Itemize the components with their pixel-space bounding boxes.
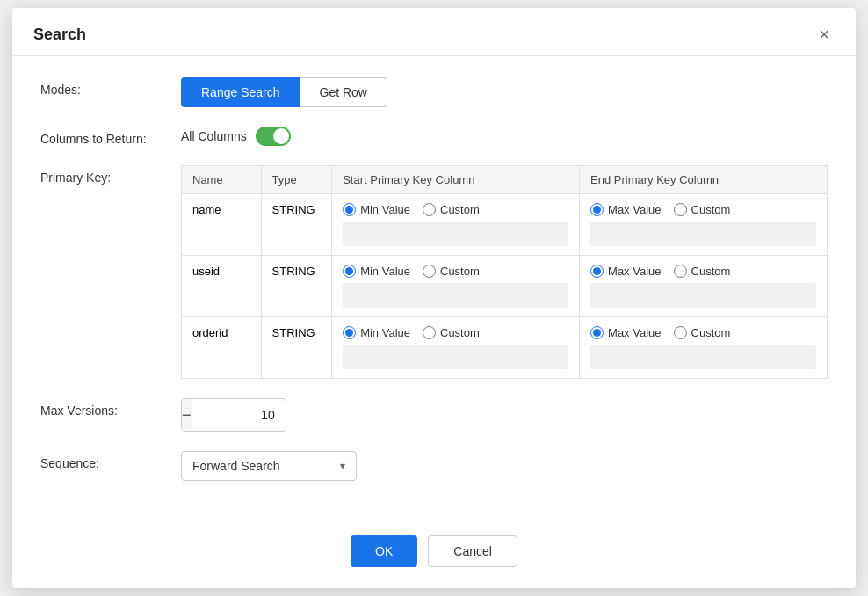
toggle-slider <box>256 127 291 146</box>
pk-end-cell: Max Value Custom <box>580 194 828 256</box>
end-max-radio-1[interactable] <box>590 265 604 278</box>
end-custom-radio-1[interactable] <box>674 265 687 278</box>
start-min-radio-0[interactable] <box>343 203 356 216</box>
end-radio-group-0: Max Value Custom <box>590 203 816 216</box>
pk-end-cell: Max Value Custom <box>580 317 828 379</box>
end-radio-group-1: Max Value Custom <box>590 265 816 278</box>
start-min-label-1: Min Value <box>360 265 410 278</box>
get-row-button[interactable]: Get Row <box>300 77 387 107</box>
dialog-footer: OK Cancel <box>12 521 856 588</box>
end-max-radio-2[interactable] <box>590 326 604 339</box>
ok-button[interactable]: OK <box>351 535 417 567</box>
end-max-radio-0[interactable] <box>590 203 604 216</box>
end-custom-radio-2[interactable] <box>674 326 687 339</box>
pk-type-cell: STRING <box>261 317 332 379</box>
end-custom-input-1[interactable] <box>590 283 816 308</box>
pk-start-cell: Min Value Custom <box>332 194 580 256</box>
primary-key-row: Primary Key: Name Type Start Primary Key… <box>40 165 828 379</box>
start-custom-label-0: Custom <box>440 203 480 216</box>
dialog-title: Search <box>33 25 86 44</box>
pk-type-cell: STRING <box>261 256 332 317</box>
start-min-option-1[interactable]: Min Value <box>343 265 410 278</box>
table-row: orderid STRING Min Value <box>182 317 828 379</box>
end-custom-label-0: Custom <box>691 203 731 216</box>
start-custom-radio-0[interactable] <box>423 203 436 216</box>
col-header-type: Type <box>261 166 332 194</box>
end-max-option-2[interactable]: Max Value <box>590 326 661 339</box>
col-header-end: End Primary Key Column <box>580 166 828 194</box>
close-button[interactable]: × <box>814 24 835 45</box>
max-versions-stepper: − + <box>181 398 286 432</box>
chevron-down-icon: ▾ <box>340 460 345 472</box>
pk-name-cell: useid <box>182 256 262 317</box>
end-custom-radio-0[interactable] <box>674 203 687 216</box>
pk-start-cell: Min Value Custom <box>332 317 580 379</box>
end-custom-label-2: Custom <box>691 326 731 339</box>
start-radio-group-2: Min Value Custom <box>343 326 568 339</box>
sequence-value: Forward Search <box>192 459 280 473</box>
start-custom-option-0[interactable]: Custom <box>423 203 480 216</box>
end-custom-input-2[interactable] <box>590 345 816 369</box>
start-radio-group-1: Min Value Custom <box>343 265 568 278</box>
primary-key-table: Name Type Start Primary Key Column End P… <box>181 165 828 379</box>
start-min-option-0[interactable]: Min Value <box>343 203 410 216</box>
pk-end-cell: Max Value Custom <box>580 256 828 317</box>
dialog-body: Modes: Range Search Get Row Columns to R… <box>12 56 856 521</box>
sequence-content: Forward Search ▾ <box>181 451 828 481</box>
primary-key-label: Primary Key: <box>40 165 181 185</box>
dialog-header: Search × <box>12 8 856 56</box>
start-custom-input-1[interactable] <box>343 283 568 308</box>
columns-to-return-row: Columns to Return: All Columns <box>40 127 828 146</box>
start-min-label-0: Min Value <box>360 203 410 216</box>
start-custom-input-2[interactable] <box>343 345 568 369</box>
start-custom-radio-1[interactable] <box>423 265 436 278</box>
max-versions-input[interactable] <box>192 408 286 422</box>
mode-buttons-group: Range Search Get Row <box>181 77 828 107</box>
max-versions-content: − + <box>181 398 828 432</box>
pk-name-cell: name <box>182 194 262 256</box>
pk-name-cell: orderid <box>182 317 262 379</box>
end-radio-group-2: Max Value Custom <box>590 326 816 339</box>
sequence-row: Sequence: Forward Search ▾ <box>40 451 828 481</box>
all-columns-label: All Columns <box>181 129 247 143</box>
sequence-label: Sequence: <box>40 451 181 470</box>
end-max-option-1[interactable]: Max Value <box>590 265 661 278</box>
pk-table-header: Name Type Start Primary Key Column End P… <box>182 166 828 194</box>
start-min-option-2[interactable]: Min Value <box>343 326 410 339</box>
start-custom-radio-2[interactable] <box>423 326 436 339</box>
columns-to-return-label: Columns to Return: <box>40 127 181 146</box>
end-custom-option-0[interactable]: Custom <box>674 203 731 216</box>
toggle-row: All Columns <box>181 127 828 146</box>
end-custom-option-2[interactable]: Custom <box>674 326 731 339</box>
sequence-dropdown[interactable]: Forward Search ▾ <box>181 451 357 481</box>
start-custom-label-2: Custom <box>440 326 480 339</box>
start-min-label-2: Min Value <box>360 326 410 339</box>
max-versions-label: Max Versions: <box>40 398 181 418</box>
range-search-button[interactable]: Range Search <box>181 77 300 107</box>
col-header-start: Start Primary Key Column <box>332 166 580 194</box>
start-custom-label-1: Custom <box>440 265 480 278</box>
search-dialog: Search × Modes: Range Search Get Row Col… <box>12 8 856 588</box>
end-custom-input-0[interactable] <box>590 222 816 246</box>
end-max-label-0: Max Value <box>608 203 661 216</box>
end-max-label-2: Max Value <box>608 326 661 339</box>
start-min-radio-2[interactable] <box>343 326 356 339</box>
all-columns-toggle[interactable] <box>256 127 291 146</box>
modes-row: Modes: Range Search Get Row <box>40 77 828 107</box>
end-max-option-0[interactable]: Max Value <box>590 203 661 216</box>
start-custom-option-1[interactable]: Custom <box>423 265 480 278</box>
start-custom-option-2[interactable]: Custom <box>423 326 480 339</box>
end-custom-label-1: Custom <box>691 265 731 278</box>
modes-label: Modes: <box>40 77 181 97</box>
max-versions-row: Max Versions: − + <box>40 398 828 432</box>
primary-key-content: Name Type Start Primary Key Column End P… <box>181 165 828 379</box>
end-custom-option-1[interactable]: Custom <box>674 265 731 278</box>
col-header-name: Name <box>182 166 262 194</box>
cancel-button[interactable]: Cancel <box>428 535 517 567</box>
table-row: useid STRING Min Value <box>182 256 828 317</box>
decrement-button[interactable]: − <box>182 399 192 431</box>
pk-start-cell: Min Value Custom <box>332 256 580 317</box>
table-row: name STRING Min Value <box>182 194 828 256</box>
start-min-radio-1[interactable] <box>343 265 356 278</box>
start-custom-input-0[interactable] <box>343 222 568 246</box>
